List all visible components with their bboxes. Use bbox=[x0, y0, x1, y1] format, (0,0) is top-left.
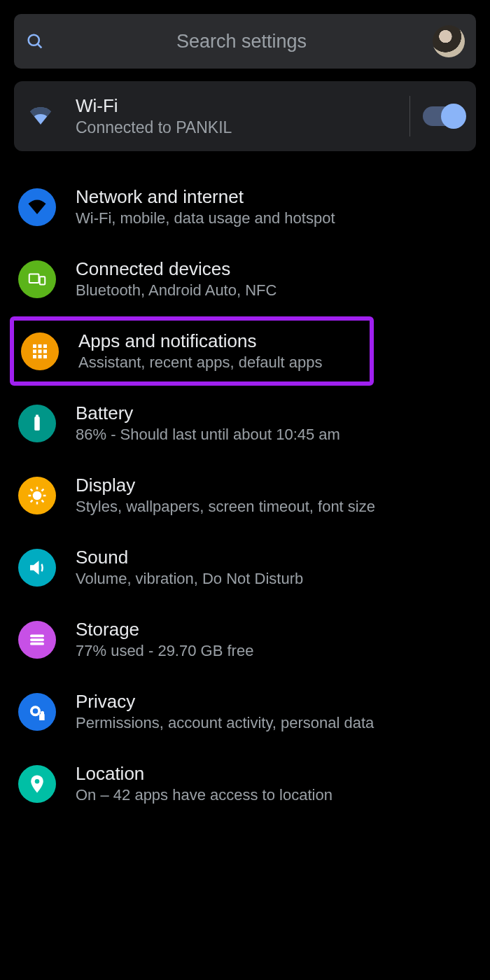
row-title: Storage bbox=[76, 619, 253, 640]
row-title: Location bbox=[76, 763, 332, 785]
row-title: Display bbox=[76, 475, 375, 496]
row-title: Privacy bbox=[76, 691, 374, 713]
sound-icon bbox=[18, 549, 56, 587]
settings-row-storage[interactable]: Storage77% used - 29.70 GB free bbox=[14, 603, 476, 676]
storage-icon bbox=[18, 621, 56, 659]
wifi-quick-card[interactable]: Wi-Fi Connected to PANKIL bbox=[14, 81, 476, 151]
row-subtitle: Volume, vibration, Do Not Disturb bbox=[76, 570, 303, 588]
row-title: Battery bbox=[76, 402, 340, 424]
row-subtitle: 86% - Should last until about 10:45 am bbox=[76, 426, 340, 444]
apps-icon bbox=[21, 332, 59, 370]
search-bar[interactable]: Search settings bbox=[14, 14, 476, 69]
settings-row-apps-and-notifications[interactable]: Apps and notificationsAssistant, recent … bbox=[14, 321, 370, 382]
wifi-icon bbox=[18, 188, 56, 226]
devices-icon bbox=[18, 260, 56, 298]
wifi-title: Wi-Fi bbox=[76, 95, 404, 117]
divider bbox=[410, 96, 410, 136]
settings-row-sound[interactable]: SoundVolume, vibration, Do Not Disturb bbox=[14, 531, 476, 603]
row-title: Sound bbox=[76, 547, 303, 568]
settings-row-location[interactable]: LocationOn – 42 apps have access to loca… bbox=[14, 748, 476, 820]
row-subtitle: 77% used - 29.70 GB free bbox=[76, 642, 253, 660]
row-subtitle: Styles, wallpapers, screen timeout, font… bbox=[76, 498, 375, 516]
svg-line-1 bbox=[38, 44, 42, 48]
wifi-icon bbox=[27, 102, 76, 130]
settings-list: Network and internetWi-Fi, mobile, data … bbox=[14, 171, 476, 820]
search-placeholder: Search settings bbox=[50, 31, 433, 52]
highlight-box: Apps and notificationsAssistant, recent … bbox=[10, 316, 374, 386]
row-subtitle: Bluetooth, Android Auto, NFC bbox=[76, 281, 276, 300]
row-subtitle: Permissions, account activity, personal … bbox=[76, 714, 374, 732]
svg-point-0 bbox=[29, 35, 39, 46]
row-title: Apps and notifications bbox=[78, 330, 323, 352]
location-icon bbox=[18, 765, 56, 803]
wifi-subtitle: Connected to PANKIL bbox=[76, 118, 404, 137]
settings-row-network-and-internet[interactable]: Network and internetWi-Fi, mobile, data … bbox=[14, 171, 476, 243]
search-icon bbox=[25, 31, 50, 51]
settings-row-battery[interactable]: Battery86% - Should last until about 10:… bbox=[14, 387, 476, 459]
wifi-toggle[interactable] bbox=[423, 106, 463, 126]
privacy-icon bbox=[18, 693, 56, 731]
row-subtitle: Assistant, recent apps, default apps bbox=[78, 354, 323, 372]
row-subtitle: Wi-Fi, mobile, data usage and hotspot bbox=[76, 209, 335, 227]
settings-row-connected-devices[interactable]: Connected devicesBluetooth, Android Auto… bbox=[14, 243, 476, 315]
row-subtitle: On – 42 apps have access to location bbox=[76, 786, 332, 804]
settings-row-display[interactable]: DisplayStyles, wallpapers, screen timeou… bbox=[14, 459, 476, 531]
brightness-icon bbox=[18, 477, 56, 514]
row-title: Connected devices bbox=[76, 258, 276, 280]
row-title: Network and internet bbox=[76, 186, 335, 208]
settings-row-privacy[interactable]: PrivacyPermissions, account activity, pe… bbox=[14, 676, 476, 748]
avatar[interactable] bbox=[433, 25, 465, 57]
battery-icon bbox=[18, 405, 56, 442]
